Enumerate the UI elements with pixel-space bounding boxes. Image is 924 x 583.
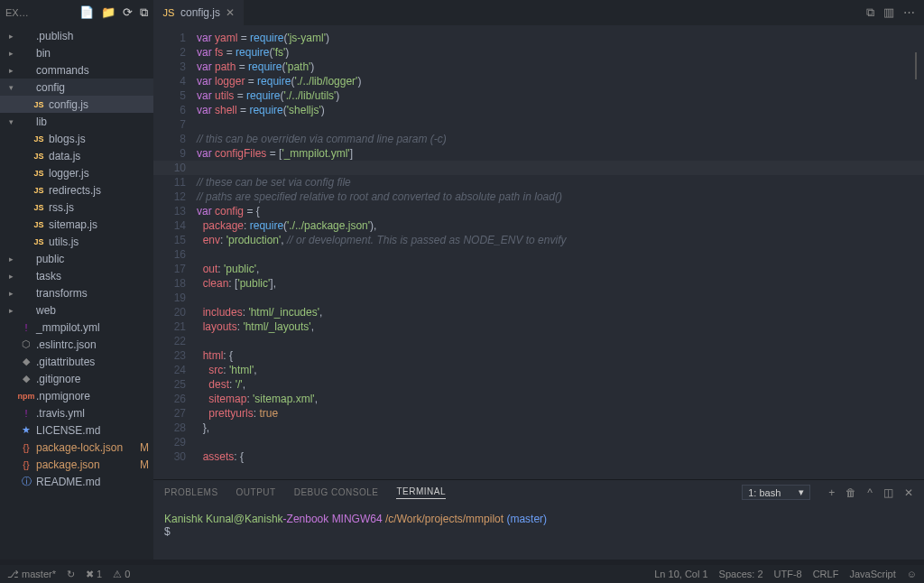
- new-file-icon[interactable]: 📄: [79, 5, 94, 20]
- terminal-selector[interactable]: 1: bash▾: [742, 485, 810, 500]
- tree-item[interactable]: ◆.gitattributes: [0, 353, 153, 370]
- cursor-position[interactable]: Ln 10, Col 1: [654, 569, 707, 579]
- split-terminal-icon[interactable]: ◫: [883, 486, 893, 499]
- warnings-count[interactable]: ⚠ 0: [113, 569, 130, 580]
- tree-item[interactable]: ⓘREADME.md: [0, 473, 153, 490]
- indentation[interactable]: Spaces: 2: [719, 569, 763, 579]
- tree-label: public: [36, 253, 135, 265]
- tree-label: config.js: [49, 98, 135, 111]
- tab-output[interactable]: OUTPUT: [236, 487, 276, 497]
- tree-item[interactable]: ◆.gitignore: [0, 370, 153, 387]
- file-icon: JS: [32, 152, 45, 161]
- tree-item[interactable]: ★LICENSE.md: [0, 421, 153, 439]
- tree-label: .gitattributes: [36, 356, 135, 368]
- file-icon: ★: [20, 424, 32, 436]
- encoding[interactable]: UTF-8: [774, 569, 802, 579]
- tree-item[interactable]: JSutils.js: [0, 233, 153, 250]
- tree-item[interactable]: JSconfig.js: [0, 96, 153, 113]
- file-icon: !: [20, 408, 32, 419]
- tree-label: transforms: [36, 287, 135, 300]
- tree-label: .eslintrc.json: [36, 338, 135, 351]
- close-panel-icon[interactable]: ✕: [904, 486, 913, 499]
- tree-item[interactable]: {}package.jsonM: [0, 456, 153, 473]
- chevron-icon: ▸: [5, 306, 16, 315]
- file-icon: npm: [20, 392, 32, 401]
- refresh-icon[interactable]: ⟳: [123, 5, 133, 20]
- tree-item[interactable]: ⬡.eslintrc.json: [0, 336, 153, 353]
- tree-label: config: [36, 81, 135, 94]
- file-icon: JS: [32, 203, 45, 212]
- errors-count[interactable]: ✖ 1: [86, 569, 102, 580]
- tree-item[interactable]: ▸bin: [0, 44, 153, 61]
- tree-item[interactable]: ▾config: [0, 79, 153, 96]
- tree-label: logger.js: [49, 167, 135, 180]
- tree-item[interactable]: ▸web: [0, 301, 153, 319]
- new-folder-icon[interactable]: 📁: [101, 5, 116, 20]
- status-bar: ⎇ master* ↻ ✖ 1 ⚠ 0 Ln 10, Col 1 Spaces:…: [0, 565, 924, 583]
- file-icon: JS: [32, 237, 45, 246]
- maximize-panel-icon[interactable]: ^: [867, 486, 873, 499]
- tree-item[interactable]: ▾lib: [0, 113, 153, 130]
- git-branch[interactable]: ⎇ master*: [7, 569, 56, 580]
- tree-label: sitemap.js: [49, 218, 135, 231]
- tab-terminal[interactable]: TERMINAL: [396, 486, 446, 499]
- tree-label: rss.js: [49, 201, 135, 214]
- terminal-panel: PROBLEMS OUTPUT DEBUG CONSOLE TERMINAL 1…: [153, 479, 924, 560]
- tab-label: config.js: [180, 6, 220, 19]
- file-icon: {}: [20, 459, 32, 470]
- tree-item[interactable]: ▸public: [0, 250, 153, 267]
- more-actions-icon[interactable]: ⋯: [903, 5, 915, 20]
- new-terminal-icon[interactable]: +: [828, 486, 835, 499]
- tree-item[interactable]: ▸commands: [0, 61, 153, 79]
- minimap-scroll[interactable]: [915, 52, 917, 79]
- tab-debug[interactable]: DEBUG CONSOLE: [294, 487, 379, 497]
- code-editor[interactable]: 1234567891011121314151617181920212223242…: [153, 25, 924, 479]
- chevron-icon: ▸: [5, 66, 16, 75]
- tree-label: blogs.js: [49, 133, 135, 145]
- tree-label: lib: [36, 116, 135, 128]
- chevron-icon: ▸: [5, 272, 16, 281]
- chevron-icon: ▸: [5, 254, 16, 264]
- sync-icon[interactable]: ↻: [67, 569, 75, 580]
- tree-item[interactable]: ▸tasks: [0, 267, 153, 284]
- compare-icon[interactable]: ⧉: [866, 5, 874, 20]
- tree-item[interactable]: JSsitemap.js: [0, 216, 153, 233]
- tree-item[interactable]: ▸transforms: [0, 284, 153, 301]
- chevron-icon: ▸: [5, 289, 16, 298]
- collapse-icon[interactable]: ⧉: [140, 5, 148, 20]
- tab-problems[interactable]: PROBLEMS: [164, 487, 218, 497]
- tree-label: commands: [36, 64, 135, 77]
- tree-label: README.md: [36, 476, 135, 488]
- tree-item[interactable]: npm.npmignore: [0, 387, 153, 404]
- chevron-icon: ▸: [5, 32, 16, 41]
- tree-item[interactable]: !.travis.yml: [0, 404, 153, 421]
- language-mode[interactable]: JavaScript: [849, 569, 895, 579]
- tree-item[interactable]: JSredirects.js: [0, 181, 153, 199]
- file-icon: {}: [20, 442, 32, 453]
- tree-label: .npmignore: [36, 390, 135, 403]
- tree-item[interactable]: ▸.publish: [0, 27, 153, 44]
- kill-terminal-icon[interactable]: 🗑: [845, 486, 856, 499]
- git-status: M: [139, 441, 150, 454]
- close-icon[interactable]: ✕: [226, 6, 235, 19]
- terminal-body[interactable]: Kanishk Kunal@Kanishk-Zenbook MINGW64 /c…: [153, 505, 924, 560]
- line-gutter: 1234567891011121314151617181920212223242…: [153, 25, 197, 479]
- tree-item[interactable]: !_mmpilot.yml: [0, 319, 153, 336]
- file-icon: ⓘ: [20, 475, 32, 488]
- feedback-icon[interactable]: ☺: [907, 569, 917, 579]
- tree-label: .publish: [36, 30, 135, 42]
- tree-label: utils.js: [49, 236, 135, 248]
- tab-config-js[interactable]: JS config.js ✕: [153, 0, 244, 25]
- file-icon: ◆: [20, 373, 32, 384]
- code-content[interactable]: var yaml = require('js-yaml')var fs = re…: [197, 25, 924, 479]
- tree-item[interactable]: {}package-lock.jsonM: [0, 439, 153, 456]
- tree-item[interactable]: JSdata.js: [0, 147, 153, 164]
- tree-label: package-lock.json: [36, 441, 135, 454]
- tree-label: package.json: [36, 458, 135, 471]
- tree-item[interactable]: JSlogger.js: [0, 164, 153, 181]
- editor-area: JS config.js ✕ ⧉ ▥ ⋯ 1234567891011121314…: [153, 0, 924, 560]
- tree-item[interactable]: JSrss.js: [0, 199, 153, 216]
- tree-item[interactable]: JSblogs.js: [0, 130, 153, 147]
- eol[interactable]: CRLF: [813, 569, 839, 579]
- split-editor-icon[interactable]: ▥: [883, 5, 894, 20]
